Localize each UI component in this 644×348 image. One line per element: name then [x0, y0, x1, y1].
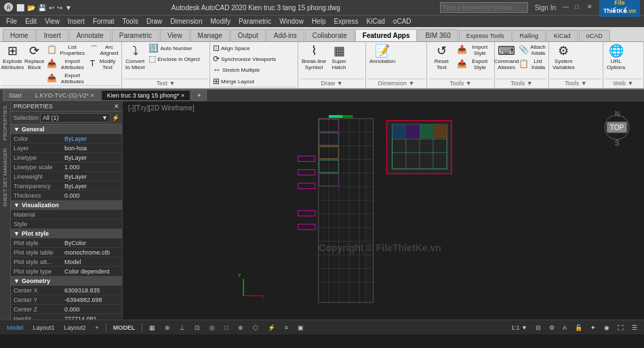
side-tab-properties[interactable]: PROPERTIES — [1, 102, 9, 144]
prop-row-plot-style[interactable]: Plot styleByColor — [11, 238, 122, 248]
prop-row-layer[interactable]: Layerbon-hoa — [11, 144, 122, 153]
prop-row-plot-type[interactable]: Plot style typeColor dependent — [11, 267, 122, 276]
search-input[interactable] — [440, 2, 528, 13]
ribbon-btn-modify-text[interactable]: T Modify Text — [89, 58, 120, 71]
tab-railing[interactable]: Railing — [512, 30, 546, 41]
status-hardware[interactable]: ✦ — [588, 324, 599, 331]
doc-tab-new[interactable]: + — [191, 90, 207, 101]
prop-row-style[interactable]: Style — [11, 219, 122, 229]
menu-file[interactable]: File — [3, 17, 20, 26]
prop-row-cy[interactable]: Center Y-6394882.698 — [11, 295, 122, 305]
viewport[interactable]: [-][T:ry][2D Wireframe] N TOP S — [123, 102, 644, 320]
menu-view[interactable]: View — [41, 17, 63, 26]
tab-annotate[interactable]: Annotate — [69, 29, 111, 41]
ribbon-btn-reset-text[interactable]: ↺ Reset Text — [428, 43, 455, 72]
menu-kicad[interactable]: KiCad — [363, 17, 388, 26]
tab-view[interactable]: View — [160, 29, 190, 41]
menu-dimension[interactable]: Dimension — [167, 17, 205, 26]
ribbon-btn-import-attr[interactable]: 📥 Import Attributes — [45, 58, 88, 71]
doc-tab-1[interactable]: 1.KYO-TVC-(S)-V2* × — [28, 90, 100, 101]
side-tab-sheet[interactable]: SHEET SET MANAGER — [1, 144, 9, 211]
qat-undo[interactable]: ↩ — [49, 4, 54, 12]
status-polar[interactable]: ⊡ — [192, 324, 203, 331]
status-isolate[interactable]: ◉ — [601, 324, 612, 331]
status-vp-scale[interactable]: ⊟ — [533, 324, 544, 331]
prop-section-general[interactable]: ▼ General — [11, 125, 122, 134]
ribbon-btn-annotation[interactable]: 📝 Annotation — [367, 43, 397, 66]
status-ortho[interactable]: ⊥ — [177, 324, 188, 331]
menu-ocad[interactable]: oCAD — [390, 17, 415, 26]
doc-tab-main[interactable]: Kien truc 3 tang 15 phong* × — [101, 90, 190, 101]
prop-row-linetype-scale[interactable]: Linetype scale1.000 — [11, 162, 122, 172]
status-trans[interactable]: ▣ — [295, 324, 306, 331]
tab-output[interactable]: Output — [230, 29, 266, 41]
prop-row-material[interactable]: Material — [11, 210, 122, 219]
prop-row-height[interactable]: Height727714.081 — [11, 314, 122, 320]
tab-insert[interactable]: Insert — [37, 29, 68, 41]
tab-bim360[interactable]: BIM 360 — [418, 29, 458, 41]
tab-featuredapps[interactable]: Featured Apps — [355, 29, 418, 41]
tab-collaborate[interactable]: Collaborate — [305, 29, 355, 41]
doc-tab-start[interactable]: Start — [3, 90, 28, 101]
menu-parametric[interactable]: Parametric — [235, 17, 275, 26]
status-lw[interactable]: ≡ — [282, 324, 291, 331]
close-btn[interactable]: ✕ — [587, 3, 595, 12]
ribbon-btn-export-style[interactable]: 📤 Export Style — [456, 58, 493, 71]
menu-insert[interactable]: Insert — [64, 17, 88, 26]
ribbon-btn-arc-aligned[interactable]: ⌒ Arc Aligned — [89, 43, 120, 57]
ribbon-btn-merge-layout[interactable]: ⊞ Merge Layout — [212, 77, 277, 87]
menu-window[interactable]: Window — [276, 17, 307, 26]
tab-parametric[interactable]: Parametric — [112, 29, 159, 41]
prop-section-visualization[interactable]: ▼ Visualization — [11, 200, 122, 210]
tab-ocad[interactable]: oCAD — [579, 30, 610, 41]
status-annotation-scale[interactable]: 1:1 ▼ — [508, 324, 530, 331]
minimize-btn[interactable]: — — [563, 3, 571, 12]
ribbon-btn-list-xdata[interactable]: 📋 List Xdata — [517, 58, 547, 71]
ribbon-btn-command-aliases[interactable]: ⌨ CommandAliases — [496, 43, 517, 72]
status-snap[interactable]: ⊕ — [162, 324, 173, 331]
status-model-tab[interactable]: Model — [4, 324, 26, 331]
prop-row-cx[interactable]: Center X6309318.835 — [11, 286, 122, 295]
status-add-layout[interactable]: + — [93, 324, 102, 331]
ribbon-btn-export-attr[interactable]: 📤 Export Attributes — [45, 72, 88, 85]
prop-row-linetype[interactable]: LinetypeByLayer — [11, 153, 122, 162]
ribbon-btn-attach-xdata[interactable]: 📎 Attach Xdata — [517, 43, 547, 57]
menu-modify[interactable]: Modify — [207, 17, 234, 26]
status-ws[interactable]: ⚙ — [546, 324, 557, 331]
menu-help[interactable]: Help — [308, 17, 329, 26]
status-grid[interactable]: ▦ — [146, 324, 158, 331]
prop-row-cz[interactable]: Center Z0.000 — [11, 305, 122, 314]
status-ducs[interactable]: ⬡ — [250, 324, 261, 331]
ribbon-btn-superhatch[interactable]: ▦ SuperHatch — [329, 43, 349, 72]
status-osnap[interactable]: ◎ — [207, 324, 218, 331]
tab-manage[interactable]: Manage — [190, 29, 230, 41]
status-lock[interactable]: 🔓 — [572, 324, 585, 331]
status-otrack[interactable]: ⊕ — [235, 324, 246, 331]
maximize-btn[interactable]: □ — [575, 3, 583, 12]
ribbon-btn-auto-number[interactable]: 🔢 Auto Number — [147, 43, 201, 53]
properties-body[interactable]: ▼ General ColorByLayer Layerbon-hoa Line… — [11, 125, 122, 320]
ribbon-btn-stretch-multiple[interactable]: ↔ Stretch Multiple — [212, 65, 277, 75]
tab-expresstools[interactable]: Express Tools — [459, 30, 512, 41]
tab-home[interactable]: Home — [3, 29, 36, 41]
status-layout2-tab[interactable]: Layout2 — [62, 324, 89, 331]
menu-edit[interactable]: Edit — [22, 17, 40, 26]
signin-button[interactable]: Sign In — [532, 4, 559, 12]
status-anno[interactable]: A — [560, 324, 569, 331]
qat-open[interactable]: 📂 — [27, 4, 35, 12]
prop-row-plot-attached[interactable]: Plot style att...Model — [11, 257, 122, 267]
ribbon-btn-align-space[interactable]: ⊡ Align Space — [212, 43, 277, 53]
prop-row-color[interactable]: ColorByLayer — [11, 134, 122, 144]
ribbon-btn-breakline[interactable]: ⌇ Break-lineSymbol — [300, 43, 328, 72]
ribbon-btn-convert-mtext[interactable]: ⤵ Convertto Mtext — [123, 43, 146, 72]
status-3dosnap[interactable]: □ — [222, 324, 230, 331]
ribbon-btn-replace[interactable]: ⟳ ReplaceBlock — [24, 43, 45, 72]
tab-addins[interactable]: Add-ins — [266, 29, 304, 41]
status-layout1-tab[interactable]: Layout1 — [31, 324, 58, 331]
ribbon-btn-list-props[interactable]: 📋 List Properties — [45, 43, 88, 57]
status-model-btn[interactable]: MODEL — [110, 324, 138, 331]
prop-section-geometry[interactable]: ▼ Geometry — [11, 276, 122, 286]
ribbon-btn-sync-viewports[interactable]: ⟳ Synchronize Viewports — [212, 54, 277, 64]
viewcube[interactable]: N TOP S — [600, 108, 634, 162]
menu-tools[interactable]: Tools — [119, 17, 142, 26]
